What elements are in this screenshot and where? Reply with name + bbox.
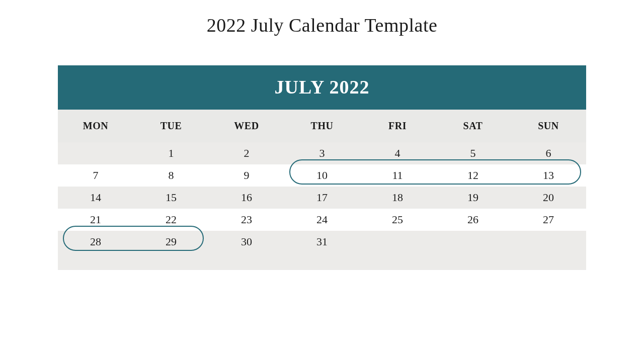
day-cell: 11 [360,164,435,187]
day-cell: 15 [133,187,209,209]
day-cell: 20 [511,187,586,209]
day-cell: 31 [284,231,360,253]
day-cell: 14 [58,187,133,209]
day-cell [435,231,511,253]
weekday-mon: MON [58,110,133,142]
weekday-fri: FRI [360,110,435,142]
week-row: 14 15 16 17 18 19 20 [58,187,586,209]
day-cell: 10 [284,164,360,187]
calendar-container: JULY 2022 MON TUE WED THU FRI SAT SUN 1 … [58,65,586,270]
weekday-sat: SAT [435,110,511,142]
day-cell: 24 [284,209,360,231]
day-cell: 6 [511,142,586,164]
day-cell: 29 [133,231,209,253]
day-cell: 21 [58,209,133,231]
day-cell: 12 [435,164,511,187]
day-cell: 2 [209,142,284,164]
calendar-grid: 1 2 3 4 5 6 7 8 9 10 11 12 13 14 15 16 1… [58,142,586,253]
day-cell: 9 [209,164,284,187]
day-cell: 22 [133,209,209,231]
weekday-row: MON TUE WED THU FRI SAT SUN [58,110,586,142]
week-row: 21 22 23 24 25 26 27 [58,209,586,231]
page-title: 2022 July Calendar Template [0,0,644,36]
day-cell: 23 [209,209,284,231]
day-cell: 13 [511,164,586,187]
month-header: JULY 2022 [58,65,586,110]
day-cell: 4 [360,142,435,164]
weekday-tue: TUE [133,110,209,142]
day-cell: 7 [58,164,133,187]
day-cell: 30 [209,231,284,253]
day-cell: 26 [435,209,511,231]
day-cell: 5 [435,142,511,164]
day-cell [511,231,586,253]
weekday-thu: THU [284,110,360,142]
day-cell: 16 [209,187,284,209]
day-cell: 27 [511,209,586,231]
week-row: 28 29 30 31 [58,231,586,253]
day-cell [360,231,435,253]
calendar-footer-spacer [58,253,586,270]
day-cell: 25 [360,209,435,231]
day-cell: 18 [360,187,435,209]
day-cell: 1 [133,142,209,164]
weekday-sun: SUN [511,110,586,142]
day-cell: 19 [435,187,511,209]
day-cell: 17 [284,187,360,209]
day-cell: 28 [58,231,133,253]
weekday-wed: WED [209,110,284,142]
week-row: 1 2 3 4 5 6 [58,142,586,164]
week-row: 7 8 9 10 11 12 13 [58,164,586,187]
day-cell [58,142,133,164]
day-cell: 3 [284,142,360,164]
day-cell: 8 [133,164,209,187]
